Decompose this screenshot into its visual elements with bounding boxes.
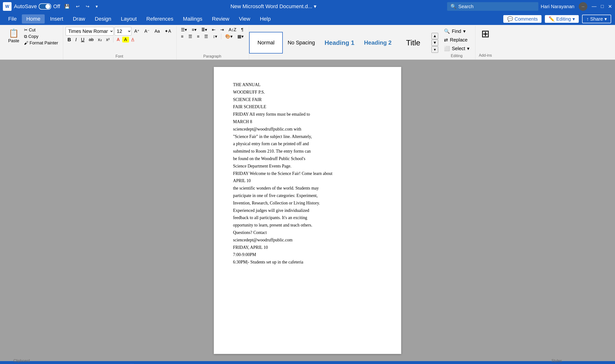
menu-draw[interactable]: Draw	[68, 14, 89, 24]
multilevel-button[interactable]: ≣▾	[199, 27, 209, 33]
separator2	[221, 34, 221, 39]
autosave-area[interactable]: AutoSave Off	[14, 3, 60, 10]
search-placeholder: Search	[458, 4, 474, 9]
doc-line-2: WOODRUFF P.S.	[233, 89, 382, 96]
change-case-button[interactable]: Aa	[152, 28, 162, 34]
bullets-button[interactable]: ☰▾	[179, 27, 189, 33]
font-size-select[interactable]: 12	[115, 27, 131, 36]
menu-view[interactable]: View	[234, 14, 254, 24]
editing-button[interactable]: ✏️ Editing ▾	[545, 15, 578, 23]
minimize-button[interactable]: —	[592, 4, 597, 9]
share-button[interactable]: ↑ Share ▾	[582, 15, 611, 23]
align-center-button[interactable]: ☰	[186, 34, 194, 39]
undo-button[interactable]: ↩	[74, 4, 82, 9]
clipboard-group: 📋 Paste ✂ Cut ⧉ Copy 🖌 Format Painter Cl…	[3, 26, 63, 60]
strikethrough-button[interactable]: ab	[87, 37, 96, 42]
align-right-button[interactable]: ≡	[195, 34, 202, 39]
format-painter-button[interactable]: 🖌 Format Painter	[23, 40, 60, 46]
menu-help[interactable]: Help	[256, 14, 275, 24]
paste-button[interactable]: 📋 Paste	[5, 27, 22, 45]
cut-button[interactable]: ✂ Cut	[23, 27, 60, 33]
ribbon: 📋 Paste ✂ Cut ⧉ Copy 🖌 Format Painter Cl…	[0, 25, 615, 60]
line-spacing-button[interactable]: ↕▾	[211, 34, 219, 39]
style-no-spacing[interactable]: No Spacing	[283, 32, 320, 53]
doc-line-7: sciencedept@woodruffpublic.com with	[233, 126, 382, 133]
styles-scroll-down[interactable]: ▼	[431, 39, 438, 46]
document-area[interactable]: THE ANNUAL WOODRUFF P.S. SCIENCE FAIR FA…	[0, 60, 615, 361]
toggle-circle	[45, 4, 50, 9]
menu-layout[interactable]: Layout	[117, 14, 141, 24]
style-no-spacing-label: No Spacing	[287, 39, 315, 46]
bold-button[interactable]: B	[66, 37, 73, 43]
style-heading1[interactable]: Heading 1	[320, 32, 359, 53]
find-label: Find	[452, 28, 461, 34]
style-normal-label: Normal	[258, 39, 274, 46]
italic-button[interactable]: I	[73, 37, 79, 43]
select-button[interactable]: ⬜ Select ▾	[442, 45, 472, 52]
increase-indent-button[interactable]: ⇥	[218, 27, 226, 33]
menu-home[interactable]: Home	[22, 14, 45, 24]
redo-button[interactable]: ↪	[84, 4, 91, 9]
addins-button[interactable]: ⊞	[481, 28, 490, 39]
doc-line-1: THE ANNUAL	[233, 81, 382, 88]
replace-button[interactable]: ⇄ Replace	[442, 36, 472, 44]
menu-references[interactable]: References	[142, 14, 178, 24]
show-formatting-button[interactable]: ¶	[239, 27, 246, 33]
style-title[interactable]: Title	[396, 32, 430, 53]
paste-label: Paste	[8, 39, 19, 43]
text-effects-button[interactable]: A	[115, 37, 122, 42]
style-heading2[interactable]: Heading 2	[359, 32, 396, 53]
style-heading1-label: Heading 1	[325, 39, 354, 47]
maximize-button[interactable]: □	[601, 4, 604, 9]
search-box[interactable]: 🔍 Search	[447, 2, 538, 11]
menu-design[interactable]: Design	[91, 14, 116, 24]
find-button[interactable]: 🔍 Find ▾	[442, 27, 472, 35]
document-page[interactable]: THE ANNUAL WOODRUFF P.S. SCIENCE FAIR FA…	[214, 67, 401, 354]
doc-line-19: feedback to all participants. It's an ex…	[233, 214, 382, 221]
close-button[interactable]: ✕	[608, 4, 612, 9]
underline-button[interactable]: U	[79, 37, 86, 43]
decrease-indent-button[interactable]: ⇤	[210, 27, 218, 33]
borders-button[interactable]: ▦▾	[235, 34, 246, 39]
find-icon: 🔍	[444, 28, 450, 34]
subscript-button[interactable]: x₂	[96, 37, 104, 42]
find-dropdown: ▾	[463, 28, 465, 34]
pencil-icon: ✏️	[549, 16, 555, 22]
style-normal[interactable]: Normal	[249, 32, 283, 53]
shading-button[interactable]: 🎨▾	[223, 34, 234, 39]
doc-line-14: APRIL 10	[233, 177, 382, 184]
justify-button[interactable]: ☰	[202, 34, 210, 39]
save-button[interactable]: 💾	[62, 4, 72, 9]
select-label: Select	[452, 46, 465, 51]
menu-file[interactable]: File	[4, 14, 21, 24]
autosave-toggle[interactable]	[39, 3, 51, 10]
doc-line-25: 6:30PM|- Students set up in the cafeteri…	[233, 259, 382, 266]
decrease-font-button[interactable]: A⁻	[142, 28, 151, 34]
doc-line-12: Science Department Events Page.	[233, 163, 382, 170]
quick-access-dropdown[interactable]: ▾	[94, 4, 100, 9]
menu-bar: File Home Insert Draw Design Layout Refe…	[0, 13, 615, 25]
sort-button[interactable]: A↕Z	[227, 27, 238, 33]
numbering-button[interactable]: ≡▾	[190, 27, 198, 33]
menu-insert[interactable]: Insert	[46, 14, 68, 24]
window-controls[interactable]: — □ ✕	[592, 4, 612, 9]
titlebar-right: Hari Narayanan ··· — □ ✕	[541, 2, 612, 11]
styles-expand[interactable]: ▾	[431, 46, 438, 53]
addins-label: Add-ins	[479, 53, 492, 58]
superscript-button[interactable]: x²	[104, 37, 112, 42]
menu-review[interactable]: Review	[207, 14, 233, 24]
copy-button[interactable]: ⧉ Copy	[23, 34, 60, 39]
font-name-select[interactable]: Times New Roman	[66, 27, 114, 36]
user-avatar[interactable]: ···	[579, 2, 587, 11]
clear-format-button[interactable]: ✦A	[163, 28, 173, 34]
styles-scroll-up[interactable]: ▲	[431, 33, 438, 39]
font-color-button[interactable]: A	[129, 37, 136, 42]
align-left-button[interactable]: ≡	[179, 34, 185, 39]
highlight-button[interactable]: A	[122, 37, 129, 42]
paragraph-group: ☰▾ ≡▾ ≣▾ ⇤ ⇥ A↕Z ¶ ≡ ☰ ≡ ☰ ↕▾ 🎨▾ ▦▾ Para…	[177, 26, 249, 60]
increase-font-button[interactable]: A⁺	[132, 28, 141, 34]
doc-line-10: submitted to Room 210. The entry forms c…	[233, 148, 382, 155]
para-row-1: ☰▾ ≡▾ ≣▾ ⇤ ⇥ A↕Z ¶	[179, 27, 245, 33]
menu-mailings[interactable]: Mailings	[179, 14, 207, 24]
comments-button[interactable]: 💬 Comments	[503, 15, 542, 23]
